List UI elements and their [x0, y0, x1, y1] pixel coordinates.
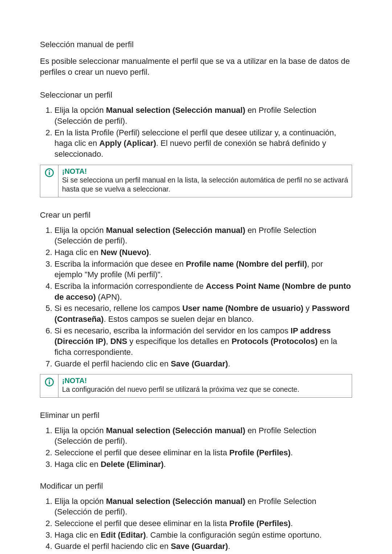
text: Elija la opción	[54, 426, 106, 435]
bold: Profile (Perfiles)	[229, 519, 291, 528]
delete-steps: Elija la opción Manual selection (Selecc…	[40, 425, 352, 470]
bold: DNS	[110, 337, 127, 346]
svg-point-1	[49, 170, 50, 171]
text: Elija la opción	[54, 497, 106, 506]
info-icon	[40, 374, 58, 397]
bold: Manual selection (Selección manual)	[106, 497, 245, 506]
svg-rect-5	[49, 381, 50, 385]
text: Si es necesario, escriba la información …	[54, 326, 291, 335]
bold: Profile (Perfiles)	[229, 448, 291, 457]
text: Elija la opción	[54, 106, 106, 115]
note-content: ¡NOTA! Si se selecciona un perfil manual…	[58, 165, 352, 197]
text: Elija la opción	[54, 226, 106, 235]
bold: User name (Nombre de usuario)	[182, 304, 303, 313]
svg-point-4	[49, 380, 50, 381]
text: .	[291, 519, 293, 528]
text: Escriba la información que desee en	[54, 259, 186, 268]
text: . Estos campos se suelen dejar en blanco…	[104, 315, 254, 324]
list-item: Guarde el perfil haciendo clic en Save (…	[54, 541, 352, 552]
document-page: Selección manual de perfil Es posible se…	[0, 0, 392, 554]
info-icon	[40, 165, 58, 197]
list-item: Elija la opción Manual selection (Selecc…	[54, 425, 352, 447]
text: .	[164, 460, 166, 469]
modify-steps: Elija la opción Manual selection (Selecc…	[40, 496, 352, 552]
svg-rect-2	[49, 172, 50, 175]
text: Escriba la información correspondiente d…	[54, 282, 206, 291]
note-text: La configuración del nuevo perfil se uti…	[62, 385, 348, 394]
note-text: Si se selecciona un perfil manual en la …	[62, 176, 348, 194]
text: . Cambie la configuración según estime o…	[146, 530, 322, 539]
text: y especifique los detalles en	[127, 337, 232, 346]
text: .	[228, 542, 230, 551]
list-item: Guarde el perfil haciendo clic en Save (…	[54, 358, 352, 369]
list-item: Escriba la información que desee en Prof…	[54, 259, 352, 280]
text: Haga clic en	[54, 530, 101, 539]
list-item: Seleccione el perfil que desee eliminar …	[54, 447, 352, 458]
text: Seleccione el perfil que desee eliminar …	[54, 519, 229, 528]
subheading-create: Crear un perfil	[40, 210, 352, 220]
text: Si es necesario, rellene los campos	[54, 304, 182, 313]
bold: Save (Guardar)	[171, 542, 228, 551]
section-heading-manual: Selección manual de perfil	[40, 40, 352, 49]
subheading-select: Seleccionar un perfil	[40, 90, 352, 100]
select-steps: Elija la opción Manual selection (Selecc…	[40, 105, 352, 159]
subheading-delete: Eliminar un perfil	[40, 411, 352, 420]
note-title: ¡NOTA!	[62, 167, 348, 176]
text: Haga clic en	[54, 248, 101, 257]
list-item: Elija la opción Manual selection (Selecc…	[54, 496, 352, 517]
text: (APN).	[96, 292, 122, 301]
subheading-modify: Modificar un perfil	[40, 481, 352, 491]
text: Guarde el perfil haciendo clic en	[54, 542, 171, 551]
list-item: Haga clic en New (Nuevo).	[54, 247, 352, 258]
create-steps: Elija la opción Manual selection (Selecc…	[40, 225, 352, 369]
bold: New (Nuevo)	[101, 248, 149, 257]
bold: Edit (Editar)	[101, 530, 146, 539]
note-content: ¡NOTA! La configuración del nuevo perfil…	[58, 374, 352, 397]
bold: Manual selection (Selección manual)	[106, 226, 245, 235]
bold: Protocols (Protocolos)	[232, 337, 318, 346]
text: Guarde el perfil haciendo clic en	[54, 359, 171, 368]
text: ,	[106, 337, 110, 346]
list-item: Si es necesario, escriba la información …	[54, 325, 352, 358]
bold: Manual selection (Selección manual)	[106, 426, 245, 435]
text: Seleccione el perfil que desee eliminar …	[54, 448, 229, 457]
list-item: Elija la opción Manual selection (Selecc…	[54, 225, 352, 246]
note-box-select: ¡NOTA! Si se selecciona un perfil manual…	[40, 165, 352, 197]
note-title: ¡NOTA!	[62, 377, 348, 385]
bold: Profile name (Nombre del perfil)	[186, 259, 307, 268]
list-item: Haga clic en Edit (Editar). Cambie la co…	[54, 530, 352, 541]
list-item: Si es necesario, rellene los campos User…	[54, 303, 352, 324]
text: .	[291, 448, 293, 457]
bold: Delete (Eliminar)	[101, 460, 164, 469]
list-item: Elija la opción Manual selection (Selecc…	[54, 105, 352, 126]
text: Haga clic en	[54, 460, 101, 469]
bold: Manual selection (Selección manual)	[106, 106, 245, 115]
note-box-create: ¡NOTA! La configuración del nuevo perfil…	[40, 374, 352, 397]
list-item: Haga clic en Delete (Eliminar).	[54, 459, 352, 470]
text: .	[228, 359, 230, 368]
list-item: Seleccione el perfil que desee eliminar …	[54, 518, 352, 529]
bold: Save (Guardar)	[171, 359, 228, 368]
list-item: Escriba la información correspondiente d…	[54, 281, 352, 302]
intro-paragraph: Es posible seleccionar manualmente el pe…	[40, 56, 352, 77]
text: .	[149, 248, 151, 257]
bold: Apply (Aplicar)	[99, 139, 156, 148]
list-item: En la lista Profile (Perfil) seleccione …	[54, 127, 352, 160]
text: y	[303, 304, 312, 313]
